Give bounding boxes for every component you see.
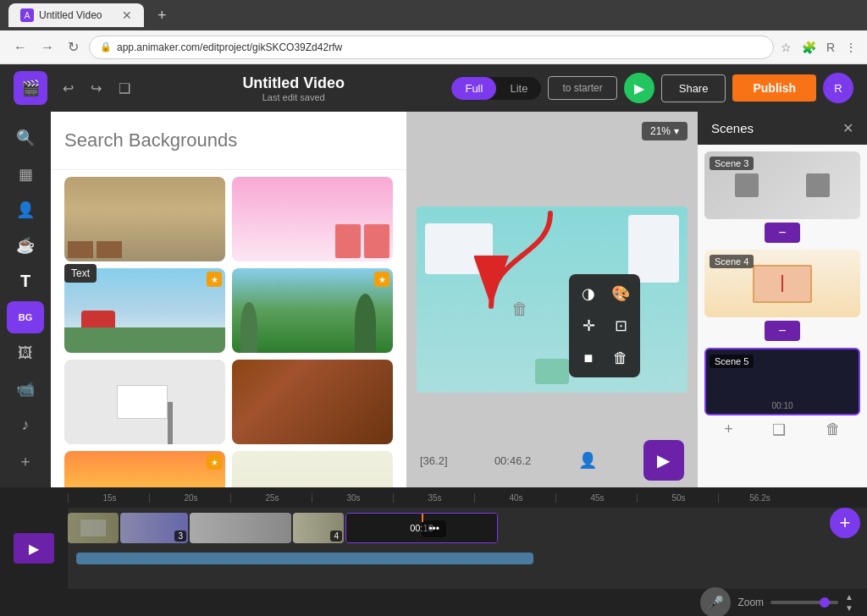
bg-search-input[interactable] <box>64 125 393 156</box>
ctx-fill-btn[interactable]: ■ <box>574 344 603 372</box>
clip-3-badge: 3 <box>174 531 186 542</box>
scenes-close-btn[interactable]: ✕ <box>842 120 853 136</box>
track-clip-1[interactable] <box>68 513 119 543</box>
sidebar-item-more[interactable]: ＋ <box>7 445 44 477</box>
scene-5-delete-btn[interactable]: 🗑 <box>826 421 841 439</box>
ctx-delete-btn[interactable]: 🗑 <box>606 344 635 372</box>
publish-button[interactable]: Publish <box>732 74 816 102</box>
scene-item-5[interactable]: Scene 5 00:10 + ❑ 🗑 <box>704 348 860 439</box>
sidebar-item-audio[interactable]: ♪ <box>7 409 44 441</box>
bg-item-wood[interactable] <box>232 360 393 444</box>
scene-4-remove: − <box>704 321 860 341</box>
track-clip-3[interactable]: 3 <box>120 513 188 543</box>
sidebar-item-props[interactable]: ☕ <box>7 229 44 261</box>
undo-button[interactable]: ↩ <box>58 75 79 102</box>
timeline-content: ▶ 3 <box>0 508 867 589</box>
sidebar-item-scenes[interactable]: ▦ <box>7 157 44 190</box>
track-clip-active[interactable]: 00:10 ••• 00:10 <box>345 513 498 543</box>
scenes-list: Scene 3 − Scene 4 <box>698 145 867 487</box>
extensions-icon[interactable]: 🧩 <box>802 41 816 54</box>
menu-icon[interactable]: ⋮ <box>845 41 857 54</box>
sidebar-item-media[interactable]: 🖼 <box>7 337 44 369</box>
sidebar-item-background[interactable]: BG <box>7 301 44 333</box>
mic-icon: 🎤 <box>707 595 724 611</box>
ruler-mark-20: 20s <box>149 493 230 503</box>
scene-3-label: Scene 3 <box>710 157 754 170</box>
tab-favicon: A <box>20 8 34 22</box>
bg-item-office[interactable] <box>64 177 225 261</box>
scroll-arrows: ▲ ▼ <box>845 592 853 613</box>
left-sidebar: 🔍 ▦ 👤 ☕ T Text BG 🖼 📹 ♪ ＋ <box>0 112 51 487</box>
track-clip-4[interactable]: 4 <box>293 513 344 543</box>
forward-button[interactable]: → <box>37 36 58 58</box>
scene-4-thumbnail: Scene 4 <box>704 250 860 317</box>
workspace: 🔍 ▦ 👤 ☕ T Text BG 🖼 📹 ♪ ＋ <box>0 112 867 487</box>
canvas-delete-icon[interactable]: 🗑 <box>511 300 528 319</box>
timeline-scene-thumb[interactable]: ▶ <box>14 533 54 564</box>
star-icon[interactable]: ☆ <box>781 41 792 54</box>
logo-button[interactable]: 🎬 <box>14 71 47 105</box>
zoom-slider[interactable] <box>770 601 838 604</box>
sidebar-item-search[interactable]: 🔍 <box>7 122 44 154</box>
browser-tab[interactable]: A Untitled Video ✕ <box>8 3 144 27</box>
video-preview-button[interactable]: ▶ <box>643 440 684 481</box>
ctx-crop-btn[interactable]: ⊡ <box>606 311 635 340</box>
header-left-actions: ↩ ↪ ❑ <box>58 75 135 102</box>
duplicate-button[interactable]: ❑ <box>113 75 135 102</box>
clip-4-badge: 4 <box>330 531 342 542</box>
scene-5-duplicate-btn[interactable]: ❑ <box>772 421 786 439</box>
app-header: 🎬 ↩ ↪ ❑ Untitled Video Last edit saved F… <box>0 64 867 112</box>
scene-3-thumbnail: Scene 3 <box>704 151 860 219</box>
tab-title: Untitled Video <box>39 9 102 21</box>
scroll-up-btn[interactable]: ▲ <box>845 592 853 602</box>
zoom-control[interactable]: 21% ▾ <box>642 122 688 140</box>
mic-button[interactable]: 🎤 <box>700 587 731 616</box>
account-icon[interactable]: R <box>826 41 835 54</box>
ctx-palette-btn[interactable]: 🎨 <box>606 279 635 308</box>
timeline-add-scene-btn[interactable]: + <box>830 508 860 538</box>
share-button[interactable]: Share <box>661 74 726 102</box>
preview-play-button[interactable]: ▶ <box>624 73 654 103</box>
bg-item-forest[interactable]: ★ <box>232 268 393 353</box>
voice-button[interactable]: 👤 <box>578 451 597 470</box>
tab-close-btn[interactable]: ✕ <box>122 8 132 22</box>
audio-track-clip[interactable] <box>76 553 533 564</box>
bg-item-presentation[interactable] <box>64 360 225 444</box>
new-tab-button[interactable]: + <box>151 7 174 25</box>
sidebar-item-video[interactable]: 📹 <box>7 373 44 405</box>
ctx-color-btn[interactable]: ◑ <box>574 279 603 308</box>
ctx-move-btn[interactable]: ✛ <box>574 311 603 340</box>
canvas-bottom-controls: [36.2] 00:46.2 👤 ▶ <box>406 440 698 481</box>
user-avatar[interactable]: R <box>823 73 853 103</box>
ruler-mark-562: 56.2s <box>718 493 799 503</box>
mode-toggle: Full Lite <box>451 77 541 100</box>
scene-item-3[interactable]: Scene 3 − <box>704 151 860 243</box>
sidebar-item-text[interactable]: T Text <box>7 266 44 298</box>
sidebar-item-characters[interactable]: 👤 <box>7 194 44 226</box>
back-button[interactable]: ← <box>10 36 30 58</box>
mode-lite-btn[interactable]: Lite <box>496 77 541 100</box>
timeline-more-btn[interactable]: ••• <box>422 520 446 537</box>
timeline-left: ▶ <box>0 508 68 589</box>
refresh-button[interactable]: ↻ <box>64 36 82 58</box>
mode-full-btn[interactable]: Full <box>451 77 496 100</box>
bg-item-pink[interactable] <box>232 177 393 261</box>
ruler-mark-15: 15s <box>68 493 149 503</box>
address-bar[interactable]: 🔒 app.animaker.com/editproject/gikSKCO39… <box>89 36 774 59</box>
scene-item-4[interactable]: Scene 4 − <box>704 250 860 341</box>
last-saved-text: Last edit saved <box>262 92 325 102</box>
remove-scene-4-btn[interactable]: − <box>765 321 799 341</box>
bg-item-living[interactable] <box>232 451 393 487</box>
timeline-playhead[interactable]: 00:10 <box>422 513 423 522</box>
bg-item-sunset[interactable]: ★ <box>64 451 225 487</box>
to-starter-button[interactable]: to starter <box>548 76 616 100</box>
scene-5-add-btn[interactable]: + <box>724 421 733 439</box>
zoom-handle[interactable] <box>820 597 830 608</box>
redo-button[interactable]: ↪ <box>86 75 107 102</box>
context-menu: ◑ 🎨 ✛ ⊡ ■ 🗑 <box>569 274 640 377</box>
remove-scene-3-btn[interactable]: − <box>765 223 799 243</box>
track-clip-mid[interactable] <box>190 513 291 543</box>
scroll-down-btn[interactable]: ▼ <box>845 603 853 613</box>
ruler-mark-30: 30s <box>312 493 393 503</box>
scenes-title: Scenes <box>711 121 754 135</box>
